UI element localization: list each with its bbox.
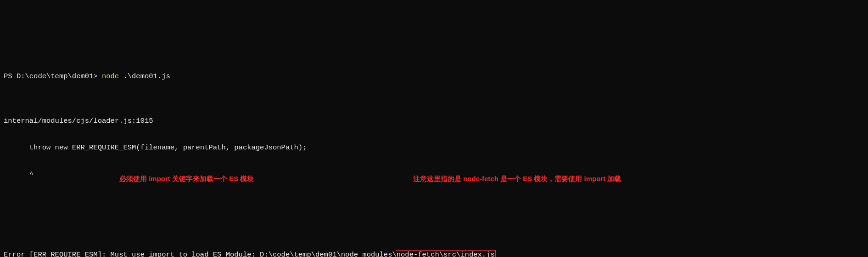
boxed-module-path: node-fetch\src\index.js [396, 250, 496, 257]
blank-line [0, 206, 868, 215]
cwd-path: D:\code\temp\dem01> [17, 72, 102, 80]
command: node [102, 72, 123, 80]
throw-line: throw new ERR_REQUIRE_ESM(filename, pare… [0, 143, 868, 152]
annotation-import-keyword: 必须使用 import 关键字来加载一个 ES 模块 [119, 175, 254, 183]
ps-prefix: PS [4, 72, 17, 80]
caret: ^ [4, 170, 34, 178]
command-arg: .\demo01.js [123, 72, 170, 80]
loader-location: internal/modules/cjs/loader.js:1015 [0, 117, 868, 126]
annotation-node-fetch-es: 注意这里指的是 node-fetch 是一个 ES 模块，需要使用 import… [413, 175, 621, 183]
error-prefix: Error [ERR_REQUIRE_ESM]: Must use import… [4, 251, 397, 257]
terminal-output: PS D:\code\temp\dem01> node .\demo01.js … [0, 37, 868, 257]
prompt-line: PS D:\code\temp\dem01> node .\demo01.js [0, 72, 868, 81]
caret-line: ^必须使用 import 关键字来加载一个 ES 模块注意这里指的是 node-… [0, 170, 868, 179]
error-line-1: Error [ERR_REQUIRE_ESM]: Must use import… [0, 251, 868, 257]
